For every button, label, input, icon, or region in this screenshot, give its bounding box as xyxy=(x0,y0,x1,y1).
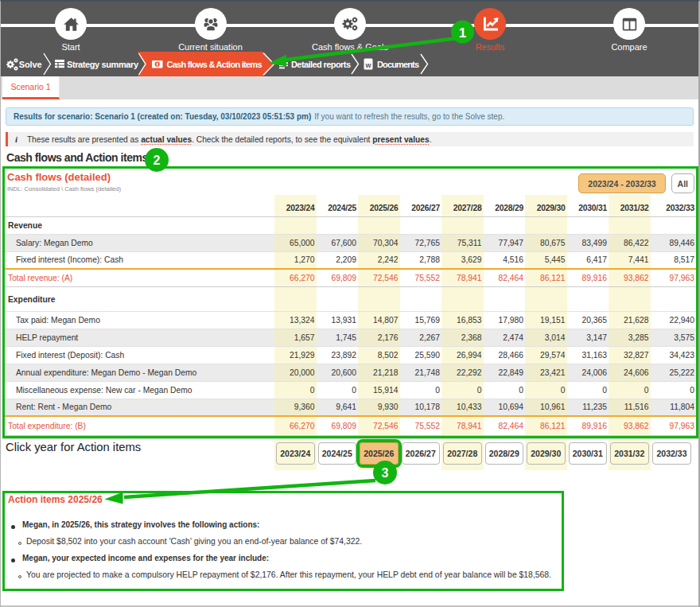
svg-text:Cash flows & Action items: Cash flows & Action items xyxy=(167,60,262,69)
svg-text:Documents: Documents xyxy=(377,60,419,69)
svg-text:Detailed reports: Detailed reports xyxy=(291,60,351,69)
svg-text:Strategy summary: Strategy summary xyxy=(67,60,139,69)
svg-text:w: w xyxy=(364,61,371,69)
svg-text:Solve: Solve xyxy=(19,60,42,69)
